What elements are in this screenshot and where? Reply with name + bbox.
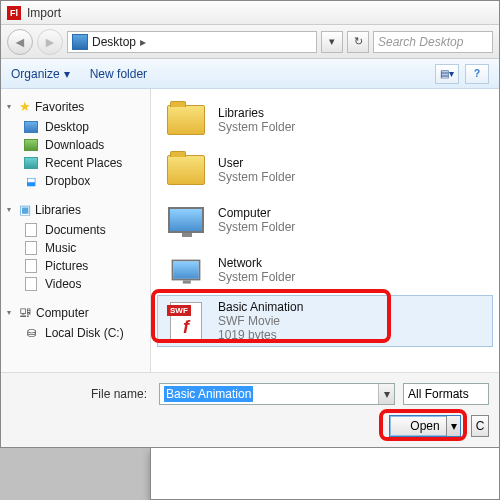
favorites-header[interactable]: ▾ ★ Favorites <box>5 95 146 118</box>
breadcrumb[interactable]: Desktop ▸ <box>67 31 317 53</box>
collapse-icon: ▾ <box>7 205 15 214</box>
file-entry-network[interactable]: NetworkSystem Folder <box>157 245 493 295</box>
toolbar: Organize▾ New folder ▤▾ ? <box>1 59 499 89</box>
file-entry-libraries[interactable]: LibrariesSystem Folder <box>157 95 493 145</box>
collapse-icon: ▾ <box>7 308 15 317</box>
breadcrumb-location: Desktop <box>92 35 136 49</box>
refresh-button[interactable]: ↻ <box>347 31 369 53</box>
open-button[interactable]: Open ▾ <box>389 415 461 437</box>
star-icon: ★ <box>19 99 31 114</box>
swf-file-icon: SWFf <box>164 301 208 341</box>
nav-sidebar: ▾ ★ Favorites Desktop Downloads Recent P… <box>1 89 151 372</box>
chevron-down-icon[interactable]: ▾ <box>446 416 460 436</box>
flash-app-icon: Fl <box>7 6 21 20</box>
view-options-button[interactable]: ▤▾ <box>435 64 459 84</box>
cancel-button[interactable]: C <box>471 415 489 437</box>
computer-icon: 🖳 <box>19 305 32 320</box>
forward-button[interactable]: ► <box>37 29 63 55</box>
folder-icon <box>164 150 208 190</box>
background-window <box>150 448 500 500</box>
sidebar-item-recent-places[interactable]: Recent Places <box>5 154 146 172</box>
chevron-right-icon: ▸ <box>140 35 146 49</box>
file-entry-user[interactable]: UserSystem Folder <box>157 145 493 195</box>
chevron-down-icon[interactable]: ▾ <box>378 384 394 404</box>
drive-icon: ⛁ <box>23 326 39 340</box>
sidebar-item-desktop[interactable]: Desktop <box>5 118 146 136</box>
nav-bar: ◄ ► Desktop ▸ ▾ ↻ Search Desktop <box>1 25 499 59</box>
help-button[interactable]: ? <box>465 64 489 84</box>
sidebar-item-local-disk[interactable]: ⛁Local Disk (C:) <box>5 324 146 342</box>
file-entry-computer[interactable]: ComputerSystem Folder <box>157 195 493 245</box>
search-input[interactable]: Search Desktop <box>373 31 493 53</box>
network-icon <box>164 250 208 290</box>
folder-icon <box>164 100 208 140</box>
file-type-filter[interactable]: All Formats <box>403 383 489 405</box>
dropbox-icon: ⬓ <box>23 174 39 188</box>
sidebar-item-documents[interactable]: Documents <box>5 221 146 239</box>
search-placeholder: Search Desktop <box>378 35 463 49</box>
sidebar-item-dropbox[interactable]: ⬓Dropbox <box>5 172 146 190</box>
filename-input[interactable]: Basic Animation ▾ <box>159 383 395 405</box>
back-button[interactable]: ◄ <box>7 29 33 55</box>
computer-icon <box>164 200 208 240</box>
dialog-body: ▾ ★ Favorites Desktop Downloads Recent P… <box>1 89 499 372</box>
filename-label: File name: <box>11 387 151 401</box>
sidebar-item-videos[interactable]: Videos <box>5 275 146 293</box>
libraries-header[interactable]: ▾ ▣ Libraries <box>5 198 146 221</box>
file-list[interactable]: LibrariesSystem Folder UserSystem Folder… <box>151 89 499 372</box>
desktop-icon <box>72 34 88 50</box>
sidebar-item-music[interactable]: Music <box>5 239 146 257</box>
libraries-icon: ▣ <box>19 202 31 217</box>
import-dialog: Fl Import ◄ ► Desktop ▸ ▾ ↻ Search Deskt… <box>0 0 500 448</box>
organize-button[interactable]: Organize▾ <box>11 67 70 81</box>
breadcrumb-dropdown[interactable]: ▾ <box>321 31 343 53</box>
titlebar: Fl Import <box>1 1 499 25</box>
computer-header[interactable]: ▾ 🖳 Computer <box>5 301 146 324</box>
chevron-down-icon: ▾ <box>64 67 70 81</box>
collapse-icon: ▾ <box>7 102 15 111</box>
dialog-footer: File name: Basic Animation ▾ All Formats… <box>1 372 499 447</box>
new-folder-button[interactable]: New folder <box>90 67 147 81</box>
file-entry-basic-animation[interactable]: SWFf Basic Animation SWF Movie 1019 byte… <box>157 295 493 347</box>
window-title: Import <box>27 6 61 20</box>
sidebar-item-downloads[interactable]: Downloads <box>5 136 146 154</box>
sidebar-item-pictures[interactable]: Pictures <box>5 257 146 275</box>
